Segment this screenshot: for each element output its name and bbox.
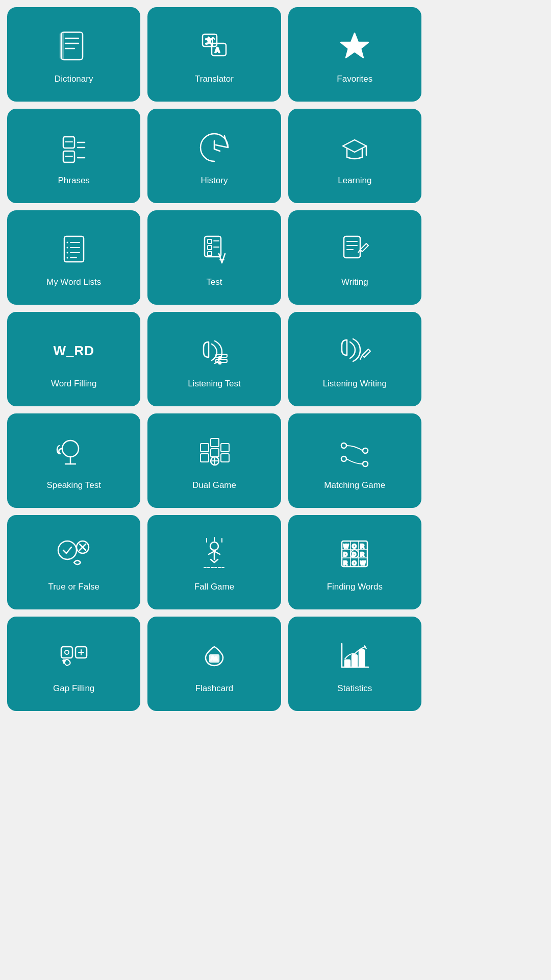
svg-rect-47 [211,449,219,457]
svg-rect-26 [208,239,212,243]
dual-game-label: Dual Game [192,480,236,491]
word-filling-icon: W_RD [54,330,94,371]
svg-text:Aa: Aa [211,655,217,661]
listening-writing-label: Listening Writing [323,378,387,389]
svg-rect-30 [208,252,212,256]
svg-text:D: D [343,551,347,557]
speaking-test-label: Speaking Test [46,480,101,491]
svg-line-41 [360,355,362,359]
tile-dictionary[interactable]: Dictionary [7,7,140,102]
svg-rect-0 [61,32,83,60]
svg-text:?: ? [63,659,65,664]
tile-finding-words[interactable]: WORDDRROWFinding Words [288,515,421,609]
word-filling-label: Word Filling [51,378,96,389]
phrases-icon [54,127,94,168]
true-or-false-icon [54,533,94,574]
test-icon [194,229,235,270]
svg-rect-49 [221,454,229,462]
svg-text:W: W [343,543,349,549]
gap-filling-icon: ? [54,635,94,676]
svg-marker-9 [341,33,368,58]
svg-rect-46 [201,454,209,462]
tile-translator[interactable]: 文ATranslator [147,7,281,102]
svg-point-82 [65,650,69,654]
tile-favorites[interactable]: Favorites [288,7,421,102]
tile-speaking-test[interactable]: Speaking Test [7,413,140,508]
tile-test[interactable]: Test [147,210,281,305]
svg-point-61 [210,542,218,550]
tile-phrases[interactable]: Phrases [7,109,140,203]
tile-gap-filling[interactable]: ?Gap Filling [7,617,140,711]
matching-game-icon [334,432,375,473]
finding-words-icon: WORDDRROW [334,533,375,574]
svg-point-53 [341,443,346,448]
finding-words-label: Finding Words [327,581,383,593]
true-or-false-label: True or False [48,581,99,593]
svg-rect-80 [61,647,72,658]
tile-learning[interactable]: Learning [288,109,421,203]
tile-writing[interactable]: Writing [288,210,421,305]
fall-game-label: Fall Game [194,581,234,593]
svg-text:W: W [360,560,366,566]
tile-statistics[interactable]: Statistics [288,617,421,711]
svg-point-57 [58,541,77,559]
svg-point-54 [363,448,368,453]
tile-listening-writing[interactable]: Listening Writing [288,312,421,406]
tile-dual-game[interactable]: Dual Game [147,413,281,508]
svg-rect-44 [201,444,209,452]
phrases-label: Phrases [58,175,89,186]
svg-rect-88 [345,660,350,667]
svg-text:O: O [352,543,357,549]
svg-rect-90 [359,650,364,667]
history-icon [194,127,235,168]
statistics-label: Statistics [337,683,372,694]
fall-game-icon [194,533,235,574]
learning-icon [334,127,375,168]
dictionary-label: Dictionary [55,74,93,85]
svg-rect-28 [208,246,212,250]
favorites-icon [334,26,375,66]
favorites-label: Favorites [337,74,372,85]
app-grid: Dictionary文ATranslatorFavoritesPhrasesHi… [0,0,429,718]
svg-rect-89 [352,655,357,667]
svg-rect-48 [221,444,229,452]
listening-test-icon [194,330,235,371]
speaking-test-icon [54,432,94,473]
gap-filling-label: Gap Filling [53,683,94,694]
tile-word-filling[interactable]: W_RDWord Filling [7,312,140,406]
tile-flashcard[interactable]: AaFlashcard [147,617,281,711]
svg-text:O: O [352,560,357,566]
svg-rect-45 [211,438,219,447]
svg-point-56 [363,461,368,467]
tile-true-or-false[interactable]: True or False [7,515,140,609]
svg-line-15 [214,149,220,151]
svg-text:R: R [360,551,364,557]
svg-rect-39 [219,357,221,359]
tile-listening-test[interactable]: Listening Test [147,312,281,406]
translator-label: Translator [195,74,234,85]
matching-game-label: Matching Game [324,480,385,491]
listening-writing-icon [334,330,375,371]
svg-text:R: R [360,543,364,549]
svg-point-55 [341,456,346,461]
dictionary-icon [54,26,94,66]
flashcard-icon: Aa [194,635,235,676]
svg-text:R: R [343,560,347,566]
flashcard-label: Flashcard [195,683,234,694]
svg-rect-4 [60,33,63,59]
writing-label: Writing [341,277,368,288]
tile-my-word-lists[interactable]: My Word Lists [7,210,140,305]
tile-fall-game[interactable]: Fall Game [147,515,281,609]
tile-history[interactable]: History [147,109,281,203]
test-label: Test [206,277,222,288]
svg-point-42 [62,440,79,457]
my-word-lists-icon [54,229,94,270]
dual-game-icon [194,432,235,473]
learning-label: Learning [338,175,371,186]
svg-text:D: D [352,551,356,557]
svg-rect-32 [344,236,360,258]
history-label: History [201,175,228,186]
translator-icon: 文A [194,26,235,66]
listening-test-label: Listening Test [188,378,241,389]
tile-matching-game[interactable]: Matching Game [288,413,421,508]
